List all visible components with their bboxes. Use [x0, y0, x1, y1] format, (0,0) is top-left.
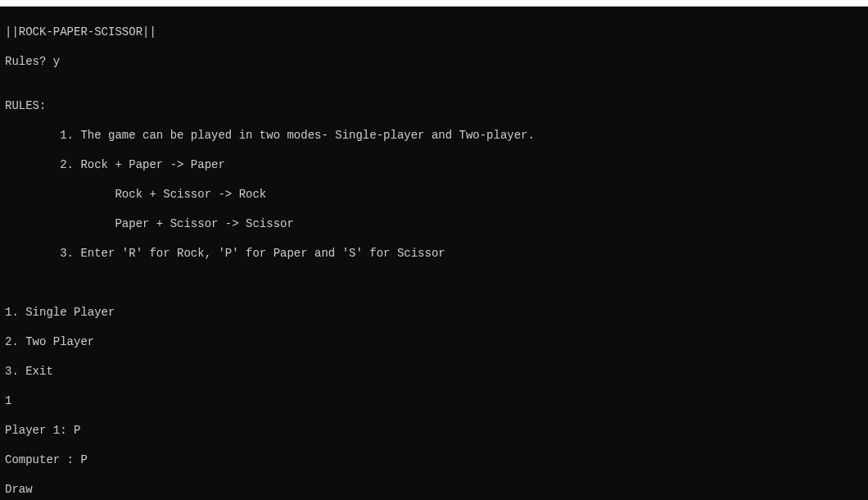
rules-prompt-line: Rules? y — [5, 54, 863, 69]
window-title-bar — [0, 0, 868, 7]
rule-line-2: 2. Rock + Paper -> Paper — [5, 157, 863, 172]
rule-line-3: 3. Enter 'R' for Rock, 'P' for Paper and… — [5, 246, 863, 261]
menu-option-single-player: 1. Single Player — [5, 305, 863, 320]
computer-move: Computer : P — [5, 452, 863, 467]
terminal-output[interactable]: ||ROCK-PAPER-SCISSOR|| Rules? y RULES: 1… — [0, 7, 868, 500]
round-result: Draw — [5, 482, 863, 497]
rule-line-1: 1. The game can be played in two modes- … — [5, 128, 863, 143]
player1-move: Player 1: P — [5, 423, 863, 438]
rule-line-2b: Rock + Scissor -> Rock — [5, 187, 863, 202]
game-title: ||ROCK-PAPER-SCISSOR|| — [5, 25, 863, 39]
user-choice: 1 — [5, 393, 863, 408]
menu-option-exit: 3. Exit — [5, 364, 863, 379]
rules-header: RULES: — [5, 98, 863, 113]
menu-option-two-player: 2. Two Player — [5, 334, 863, 349]
rule-line-2c: Paper + Scissor -> Scissor — [5, 216, 863, 231]
